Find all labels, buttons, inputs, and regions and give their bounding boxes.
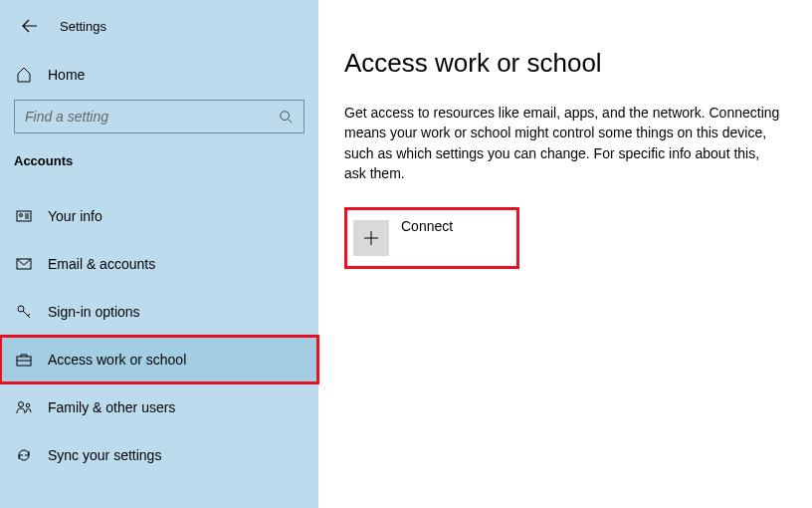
person-card-icon (14, 208, 34, 224)
sidebar-item-label: Your info (48, 208, 102, 224)
arrow-left-icon (22, 18, 38, 34)
main-content: Access work or school Get access to reso… (318, 0, 812, 508)
key-icon (14, 304, 34, 320)
plus-icon (353, 220, 389, 256)
sync-icon (14, 447, 34, 463)
search-input[interactable] (25, 109, 278, 125)
section-title: Accounts (0, 133, 318, 168)
connect-label: Connect (401, 218, 453, 234)
sidebar-item-family-other-users[interactable]: Family & other users (0, 383, 318, 431)
page-description: Get access to resources like email, apps… (344, 103, 782, 183)
svg-line-1 (289, 120, 293, 124)
sidebar-item-email-accounts[interactable]: Email & accounts (0, 240, 318, 288)
sidebar-item-label: Access work or school (48, 352, 186, 368)
briefcase-icon (14, 352, 34, 368)
sidebar-item-label: Sign-in options (48, 304, 140, 320)
svg-line-10 (28, 314, 30, 316)
header-row: Settings (0, 0, 318, 38)
home-icon (14, 67, 34, 83)
svg-point-13 (19, 402, 24, 407)
back-button[interactable] (18, 14, 42, 38)
sidebar-item-label: Email & accounts (48, 256, 155, 272)
home-nav[interactable]: Home (0, 46, 318, 86)
home-label: Home (48, 67, 85, 83)
mail-icon (14, 256, 34, 272)
connect-button[interactable]: Connect (344, 207, 519, 269)
nav-list: Your info Email & accounts Sign-in optio… (0, 192, 318, 479)
page-title: Access work or school (344, 48, 792, 79)
window-title: Settings (60, 19, 106, 34)
sidebar-item-sync-settings[interactable]: Sync your settings (0, 431, 318, 479)
svg-point-14 (26, 403, 30, 407)
search-icon (278, 109, 294, 125)
svg-point-0 (281, 112, 290, 121)
sidebar-item-label: Family & other users (48, 399, 175, 415)
sidebar: Settings Home Accounts Your info Email &… (0, 0, 318, 508)
search-box[interactable] (14, 100, 304, 133)
people-icon (14, 399, 34, 415)
sidebar-item-sign-in-options[interactable]: Sign-in options (0, 288, 318, 336)
sidebar-item-label: Sync your settings (48, 447, 161, 463)
svg-point-3 (20, 214, 23, 217)
sidebar-item-access-work-school[interactable]: Access work or school (0, 336, 318, 383)
sidebar-item-your-info[interactable]: Your info (0, 192, 318, 240)
